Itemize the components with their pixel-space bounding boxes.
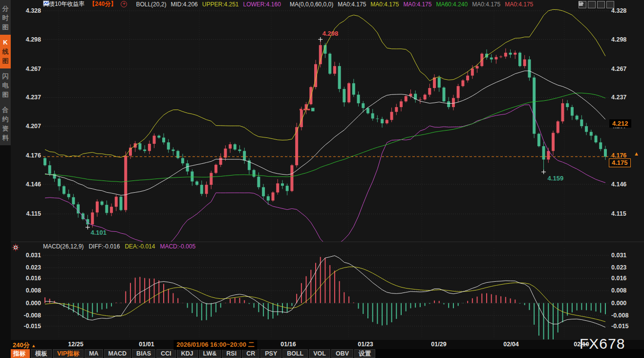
macd-layer	[45, 256, 605, 345]
axis-label: 4.176	[15, 152, 41, 159]
time-axis-row	[11, 340, 644, 349]
axis-label: -0.008	[15, 312, 41, 319]
axis-label: 4.207	[15, 122, 41, 130]
macd-hist-value: MACD:-0.005	[160, 243, 195, 250]
axis-label: 4.115	[15, 210, 41, 218]
high-price-label: 4.298	[322, 30, 339, 37]
axis-label: 4.267	[15, 65, 41, 73]
axis-label: 0.023	[15, 264, 41, 271]
chart-tool-icons	[579, 1, 614, 8]
axis-label: 0.016	[15, 274, 41, 282]
indicator-value: LOWER:4.160	[243, 1, 281, 8]
axis-scale-right-icon[interactable]	[597, 1, 605, 8]
toolbar-button-7[interactable]: CCI	[156, 349, 176, 358]
indicator-value: MA0:4.175	[370, 1, 399, 8]
axis-label: 4.298	[611, 36, 626, 44]
hovered-bar-time-badge: 2026/01/06 16:00~20:00 二	[173, 340, 257, 350]
axis-label: 0.000	[15, 299, 41, 307]
sidebar: 分时图K线图闪电图合约资料	[0, 0, 11, 358]
sidebar-item-4[interactable]: 合约资料	[0, 102, 11, 145]
time-axis-label: 01/23	[358, 341, 373, 348]
toolbar-button-16[interactable]: 设置	[354, 349, 375, 358]
watermark: FX678	[580, 336, 625, 352]
toolbar-button-13[interactable]: BOLL	[282, 349, 308, 358]
time-axis-label: 01/29	[431, 341, 446, 348]
sidebar-item-1[interactable]: 分时图	[0, 1, 11, 35]
plus-circle-icon[interactable]: +	[121, 1, 127, 7]
gridlines	[43, 9, 608, 338]
price-up-arrow-icon: ▲	[634, 151, 639, 157]
bottom-toolbar: 指标模板VIP指标MAMACDBIASCCIKDJLW&RSICRPSYBOLL…	[0, 349, 644, 358]
axis-label: 4.146	[611, 180, 626, 188]
low-price-label: 4.159	[548, 175, 564, 182]
sidebar-item-2[interactable]: K线图	[0, 35, 11, 68]
macd-header: MACD(26,12,9) DIFF:-0.016 DEA:-0.014 MAC…	[43, 243, 195, 250]
axis-label: 4.115	[611, 210, 626, 218]
macd-diff-value: DIFF:-0.016	[88, 243, 120, 250]
axis-label: 4.267	[611, 65, 626, 73]
axis-label: 0.008	[15, 287, 41, 294]
toolbar-button-11[interactable]: CR	[242, 349, 259, 358]
candlestick-layer	[43, 9, 607, 247]
toolbar-button-3[interactable]: VIP指标	[53, 349, 84, 358]
indicator-value: UPPER:4.251	[202, 1, 239, 8]
axis-price-badge: 4.212	[609, 119, 631, 128]
axis-scale-left-icon[interactable]	[588, 1, 596, 8]
axis-label: 4.146	[15, 180, 41, 188]
toolbar-button-5[interactable]: MACD	[104, 349, 131, 358]
toolbar-button-1[interactable]: 指标	[9, 349, 30, 358]
axis-label: 4.328	[15, 7, 41, 15]
toolbar-button-6[interactable]: BIAS	[132, 349, 155, 358]
panel-divider	[11, 242, 644, 242]
indicator-value: MA0:4.175	[338, 1, 366, 8]
axis-label: 0.023	[611, 264, 626, 271]
period-selector[interactable]: 240分 ▲	[13, 341, 36, 350]
indicator-value: MA0:4.175	[403, 1, 431, 8]
axis-label: 0.016	[611, 274, 626, 282]
time-axis-label: 01/01	[139, 341, 154, 348]
axis-label: -0.015	[611, 322, 628, 330]
toolbar-button-10[interactable]: RSI	[222, 349, 241, 358]
indicator-values: BOLL(20,2)MID:4.206UPPER:4.251LOWER:4.16…	[131, 1, 533, 8]
period-badge: 【240分】	[89, 0, 116, 8]
axis-label: 0.008	[611, 287, 626, 294]
axis-label: 4.237	[15, 93, 41, 101]
axis-label: 0.031	[611, 251, 626, 259]
toolbar-button-15[interactable]: OBV	[331, 349, 353, 358]
toolbar-button-8[interactable]: KDJ	[177, 349, 198, 358]
indicator-value: MID:4.206	[171, 1, 197, 8]
time-axis-label: 01/16	[280, 341, 296, 348]
toolbar-button-9[interactable]: LW&	[199, 349, 221, 358]
macd-name: MACD(26,12,9)	[43, 243, 84, 250]
indicator-header: 美债10年收益率 【240分】 + BOLL(20,2)MID:4.206UPP…	[43, 0, 533, 8]
macd-dea-value: DEA:-0.014	[125, 243, 155, 250]
chevron-up-icon: ▲	[31, 343, 36, 348]
axis-label: -0.015	[15, 322, 41, 330]
time-axis-label: 02/04	[503, 341, 518, 348]
indicator-value: MA0:4.175	[505, 1, 533, 8]
axis-label: 4.237	[611, 93, 626, 101]
last-price-badge: 4.175	[609, 158, 631, 167]
toolbar-button-4[interactable]: MA	[85, 349, 103, 358]
indicator-value: MA(0,0,0,60,0,0)	[290, 1, 333, 8]
sidebar-tabs: 分时图K线图闪电图合约资料	[0, 0, 11, 145]
toolbar-button-12[interactable]: PSY	[260, 349, 281, 358]
axis-label: 0.031	[15, 251, 41, 259]
time-axis-label: 12/25	[68, 341, 83, 348]
chart-app: 分时图K线图闪电图合约资料 美债10年收益率 【240分】 + BOLL(20,…	[0, 0, 644, 358]
indicator-value: BOLL(20,2)	[136, 1, 166, 8]
sidebar-item-3[interactable]: 闪电图	[0, 68, 11, 102]
toolbar-button-2[interactable]: 模板	[31, 349, 52, 358]
collapse-panel-icon[interactable]	[606, 1, 614, 8]
indicator-value: MA0:4.175	[472, 1, 500, 8]
axis-label: 0.000	[611, 299, 626, 307]
axis-label: 4.298	[15, 36, 41, 44]
indicator-value: MA60:4.240	[436, 1, 468, 8]
annotation-marker	[311, 108, 315, 112]
axis-label: -0.008	[611, 312, 628, 319]
period-selector-label: 240分	[13, 341, 30, 349]
toolbar-button-14[interactable]: VOL	[309, 349, 330, 358]
low-price-label: 4.101	[90, 229, 107, 236]
